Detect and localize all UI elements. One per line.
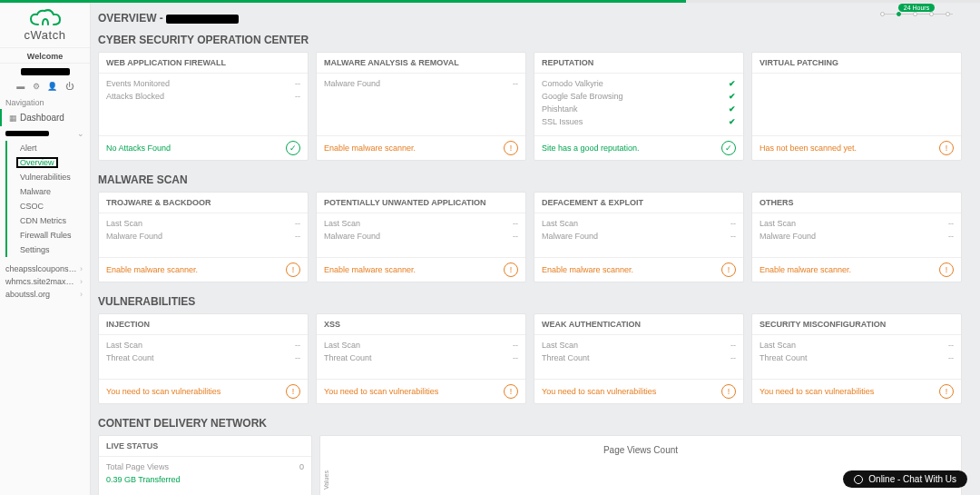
card-footer-text[interactable]: You need to scan vulnerabilities — [106, 387, 220, 396]
card-footer-text[interactable]: Enable malware scanner. — [324, 144, 416, 153]
check-icon: ✔ — [729, 92, 736, 101]
domain-subnav: Alert Overview Vulnerabilities Malware C… — [5, 141, 90, 257]
alert-icon[interactable]: ! — [721, 262, 736, 277]
label-malware-found: Malware Found — [324, 79, 380, 88]
card-footer-text[interactable]: You need to scan vulnerabilities — [324, 387, 438, 396]
welcome-label: Welcome — [0, 47, 90, 64]
cdn-grid: LIVE STATUS Total Page Views0 0.39 GB Tr… — [98, 435, 962, 495]
value-dash: -- — [730, 341, 736, 350]
label-events-monitored: Events Monitored — [106, 79, 170, 88]
nav-header: Navigation — [0, 94, 90, 109]
label-last-scan: Last Scan — [106, 341, 142, 350]
alert-icon[interactable]: ! — [939, 384, 954, 399]
card-footer-text[interactable]: Enable malware scanner. — [542, 265, 633, 274]
value-dash: -- — [513, 341, 518, 350]
value-dash: -- — [513, 219, 518, 228]
redacted-title-domain — [166, 15, 239, 24]
domain-item-2[interactable]: whmcs.site2max… — [0, 275, 90, 288]
check-icon[interactable]: ✓ — [286, 141, 300, 155]
label-malware-found: Malware Found — [760, 232, 816, 241]
card-footer-text[interactable]: Enable malware scanner. — [760, 265, 851, 274]
card-title: WEB APPLICATION FIREWALL — [99, 53, 308, 74]
card-live-status: LIVE STATUS Total Page Views0 0.39 GB Tr… — [98, 435, 312, 495]
time-range-selector[interactable]: 24 Hours — [880, 4, 953, 15]
check-icon: ✔ — [729, 79, 736, 88]
check-icon[interactable]: ✓ — [721, 141, 736, 155]
alert-icon[interactable]: ! — [939, 141, 954, 155]
card-xss: XSS Last Scan-- Threat Count-- You need … — [316, 313, 526, 404]
nav-dashboard[interactable]: Dashboard — [0, 109, 90, 126]
card-title: REPUTATION — [534, 53, 743, 74]
malware-grid: TROJWARE & BACKDOOR Last Scan-- Malware … — [98, 192, 962, 282]
redacted-user — [21, 68, 70, 75]
value-dash: -- — [948, 232, 954, 241]
card-title: LIVE STATUS — [99, 436, 311, 457]
card-footer-text[interactable]: You need to scan vulnerabilities — [542, 387, 656, 396]
gear-icon[interactable]: ⚙ — [33, 82, 40, 91]
card-title: OTHERS — [752, 193, 961, 213]
brand-name: cWatch — [0, 28, 90, 42]
domain-item-1[interactable]: cheapsslcoupons… — [0, 262, 90, 275]
card-title: SECURITY MISCONFIGURATION — [752, 314, 961, 335]
value-dash: -- — [730, 232, 736, 241]
value-dash: -- — [513, 353, 518, 362]
label-malware-found: Malware Found — [324, 232, 380, 241]
alert-icon[interactable]: ! — [721, 384, 736, 399]
alert-icon[interactable]: ! — [504, 262, 518, 277]
vuln-grid: INJECTION Last Scan-- Threat Count-- You… — [98, 313, 962, 404]
subnav-csoc[interactable]: CSOC — [7, 199, 90, 213]
card-others: OTHERS Last Scan-- Malware Found-- Enabl… — [751, 192, 962, 282]
value-dash: -- — [295, 79, 300, 88]
alert-icon[interactable]: ! — [939, 262, 954, 277]
card-title: TROJWARE & BACKDOOR — [99, 193, 308, 213]
alert-icon[interactable]: ! — [286, 384, 300, 399]
power-icon[interactable]: ⏻ — [65, 82, 74, 91]
rep-item: Google Safe Browsing — [542, 92, 623, 101]
label-last-scan: Last Scan — [760, 219, 796, 228]
cloud-icon — [27, 8, 64, 30]
subnav-vulnerabilities[interactable]: Vulnerabilities — [7, 170, 90, 184]
subnav-firewall-rules[interactable]: Firewall Rules — [7, 228, 90, 243]
card-title: MALWARE ANALYSIS & REMOVAL — [317, 53, 525, 74]
chat-widget[interactable]: Online - Chat With Us — [843, 470, 967, 488]
subnav-cdn-metrics[interactable]: CDN Metrics — [7, 213, 90, 228]
section-csoc: CYBER SECURITY OPERATION CENTER — [98, 34, 962, 46]
label-last-scan: Last Scan — [324, 341, 360, 350]
check-icon: ✔ — [729, 117, 736, 126]
alert-icon[interactable]: ! — [504, 384, 518, 399]
alert-icon[interactable]: ! — [504, 141, 518, 155]
card-title: XSS — [317, 314, 525, 335]
label-malware-found: Malware Found — [542, 232, 598, 241]
value-dash: -- — [730, 219, 736, 228]
flag-icon[interactable]: ▬ — [16, 82, 24, 91]
chart-title: Page Views Count — [326, 445, 956, 455]
label-threat-count: Threat Count — [542, 353, 590, 362]
card-footer-text[interactable]: You need to scan vulnerabilities — [760, 387, 874, 396]
card-footer-text[interactable]: Enable malware scanner. — [106, 265, 198, 274]
chevron-down-icon[interactable]: ⌄ — [77, 129, 84, 138]
page-title: OVERVIEW - — [98, 12, 962, 25]
card-injection: INJECTION Last Scan-- Threat Count-- You… — [98, 313, 309, 404]
value-transferred: 0.39 GB Transferred — [106, 475, 181, 484]
domain-item-3[interactable]: aboutssl.org — [0, 288, 90, 301]
alert-icon[interactable]: ! — [286, 262, 300, 277]
redacted-domain — [5, 131, 49, 136]
chart-ylabel: Values — [323, 470, 329, 490]
card-footer-text: No Attacks Found — [106, 144, 171, 153]
card-title: INJECTION — [99, 314, 308, 335]
card-sec-misconfig: SECURITY MISCONFIGURATION Last Scan-- Th… — [751, 313, 962, 404]
value-dash: -- — [295, 219, 300, 228]
value-dash: -- — [948, 341, 954, 350]
subnav-alert[interactable]: Alert — [7, 141, 90, 155]
brand-logo[interactable]: cWatch — [0, 8, 90, 42]
card-footer-text[interactable]: Enable malware scanner. — [324, 265, 416, 274]
subnav-overview[interactable]: Overview — [16, 157, 58, 168]
card-title: DEFACEMENT & EXPLOIT — [534, 193, 743, 213]
value-dash: -- — [730, 353, 736, 362]
label-attacks-blocked: Attacks Blocked — [106, 92, 164, 101]
subnav-settings[interactable]: Settings — [7, 243, 90, 257]
user-icon[interactable]: 👤 — [47, 82, 57, 91]
user-toolbar: ▬ ⚙ 👤 ⏻ — [0, 78, 90, 94]
card-title: WEAK AUTHENTICATION — [534, 314, 743, 335]
subnav-malware[interactable]: Malware — [7, 184, 90, 199]
